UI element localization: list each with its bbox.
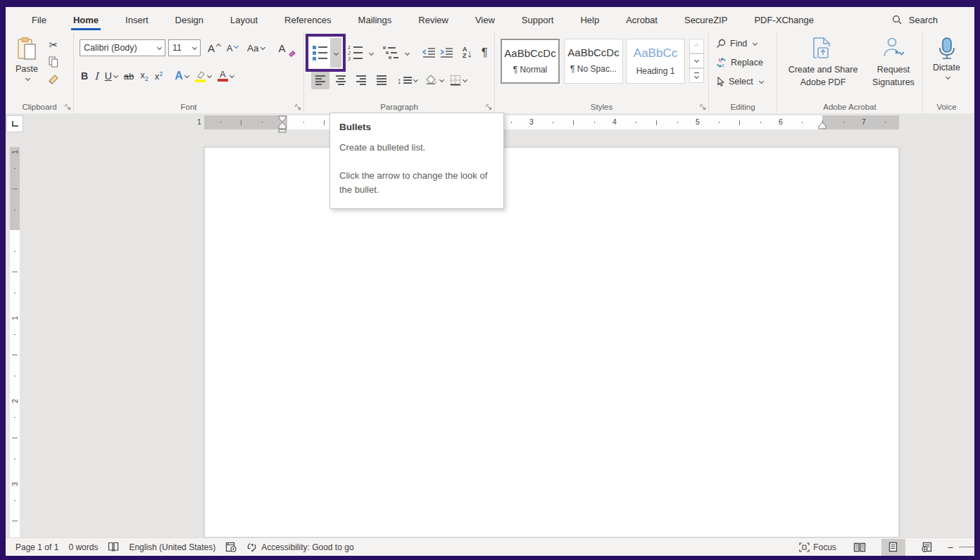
tab-file[interactable]: File xyxy=(18,8,60,32)
style-normal[interactable]: AaBbCcDc ¶ Normal xyxy=(501,39,560,84)
align-center-button[interactable] xyxy=(332,71,350,89)
multilevel-list-dropdown[interactable] xyxy=(401,38,413,68)
hanging-indent-marker[interactable] xyxy=(278,122,287,133)
styles-dialog-launcher[interactable] xyxy=(700,104,706,110)
styles-group-label: Styles xyxy=(495,103,708,111)
change-case-label: Aa xyxy=(247,43,259,53)
read-mode-button[interactable] xyxy=(848,539,872,556)
focus-button[interactable]: Focus xyxy=(799,542,836,552)
font-size-combo[interactable]: 11 xyxy=(168,39,201,56)
create-share-pdf-button[interactable]: Create and Share Adobe PDF xyxy=(781,37,865,89)
word-count[interactable]: 0 words xyxy=(68,542,98,552)
ribbon-home: Paste ✂ Clipboard Calibri (Body) xyxy=(6,32,974,113)
document-page[interactable] xyxy=(204,147,899,537)
clipboard-dialog-launcher[interactable] xyxy=(65,104,71,110)
print-layout-button[interactable] xyxy=(881,539,905,556)
clear-formatting-button[interactable]: A xyxy=(275,39,290,56)
numbering-split-button[interactable]: 1 2 3 xyxy=(345,38,377,68)
borders-icon xyxy=(450,75,461,86)
right-indent-marker[interactable] xyxy=(818,122,827,129)
replace-button[interactable]: b c Replace xyxy=(716,58,763,68)
bullets-dropdown[interactable] xyxy=(330,38,341,68)
zoom-slider[interactable] xyxy=(959,547,974,547)
format-painter-icon[interactable] xyxy=(48,74,59,85)
web-layout-button[interactable] xyxy=(915,539,939,556)
show-hide-pilcrow-button[interactable]: ¶ xyxy=(482,46,488,59)
tab-references[interactable]: References xyxy=(271,8,344,32)
search-control[interactable]: Search xyxy=(892,7,938,32)
vertical-ruler[interactable]: 1123 xyxy=(10,147,20,537)
justify-button[interactable] xyxy=(372,71,391,89)
multilevel-list-split-button[interactable] xyxy=(380,38,413,68)
numbering-dropdown[interactable] xyxy=(365,38,377,68)
tab-pdf-xchange[interactable]: PDF-XChange xyxy=(741,8,827,32)
cut-icon[interactable]: ✂ xyxy=(49,39,58,50)
tab-help[interactable]: Help xyxy=(567,8,612,32)
group-adobe-acrobat: Create and Share Adobe PDF Request Signa… xyxy=(777,32,923,113)
request-signatures-button[interactable]: Request Signatures xyxy=(867,37,919,89)
dictate-dropdown-icon xyxy=(945,75,950,79)
paste-button[interactable]: Paste xyxy=(11,37,42,101)
first-line-indent-marker[interactable] xyxy=(278,115,287,122)
italic-button[interactable]: I xyxy=(94,70,99,82)
bullets-icon[interactable] xyxy=(310,38,330,68)
styles-scroll-down-button[interactable] xyxy=(689,53,704,68)
strikethrough-button[interactable]: ab xyxy=(124,71,134,82)
search-label: Search xyxy=(909,15,938,25)
sort-button[interactable]: A Z ↓ xyxy=(463,46,472,59)
styles-scroll-up-button[interactable] xyxy=(689,39,704,53)
styles-more-button[interactable] xyxy=(689,68,704,83)
shading-dropdown-icon xyxy=(439,77,444,82)
multilevel-list-icon[interactable] xyxy=(380,38,401,68)
underline-button[interactable]: U xyxy=(105,70,118,82)
numbering-icon[interactable]: 1 2 3 xyxy=(345,38,365,68)
underline-dropdown-icon xyxy=(113,72,118,77)
shrink-font-button[interactable]: A xyxy=(225,39,240,56)
proofing-icon[interactable] xyxy=(108,542,119,552)
tab-mailings[interactable]: Mailings xyxy=(345,8,406,32)
style-heading1[interactable]: AaBbCc Heading 1 xyxy=(626,39,685,84)
tab-design[interactable]: Design xyxy=(162,8,217,32)
group-paragraph: 1 2 3 xyxy=(304,32,495,113)
align-right-button[interactable] xyxy=(352,71,370,89)
tab-home[interactable]: Home xyxy=(60,8,112,32)
tab-review[interactable]: Review xyxy=(405,8,462,32)
change-case-button[interactable]: Aa xyxy=(247,39,265,56)
grow-font-button[interactable]: A xyxy=(206,39,222,56)
editor-icon[interactable] xyxy=(225,542,237,552)
tab-layout[interactable]: Layout xyxy=(217,8,271,32)
tab-support[interactable]: Support xyxy=(508,8,567,32)
find-button[interactable]: Find xyxy=(716,39,757,49)
style-normal-sample: AaBbCcDc xyxy=(502,47,558,59)
subscript-button[interactable]: x2 xyxy=(140,70,149,82)
line-spacing-dropdown-icon xyxy=(413,77,417,82)
shading-button[interactable] xyxy=(425,75,444,86)
font-color-button[interactable]: A xyxy=(218,68,234,84)
tab-securezip[interactable]: SecureZIP xyxy=(671,8,741,32)
bullets-split-button[interactable] xyxy=(310,38,341,68)
page-indicator[interactable]: Page 1 of 1 xyxy=(15,542,58,552)
line-spacing-button[interactable]: ↕ xyxy=(397,75,417,86)
accessibility-status[interactable]: Accessibility: Good to go xyxy=(246,542,353,552)
style-no-spacing[interactable]: AaBbCcDc ¶ No Spac... xyxy=(564,39,623,84)
language-indicator[interactable]: English (United States) xyxy=(129,542,215,552)
tab-insert[interactable]: Insert xyxy=(112,8,162,32)
decrease-indent-button[interactable] xyxy=(422,47,436,58)
font-name-combo[interactable]: Calibri (Body) xyxy=(80,39,165,56)
bold-button[interactable]: B xyxy=(81,70,88,82)
tab-acrobat[interactable]: Acrobat xyxy=(612,8,671,32)
increase-indent-button[interactable] xyxy=(439,47,453,58)
paragraph-dialog-launcher[interactable] xyxy=(486,104,492,110)
text-effects-button[interactable]: A xyxy=(175,70,189,82)
zoom-out-button[interactable]: − xyxy=(948,542,953,553)
select-button[interactable]: Select xyxy=(716,77,763,87)
borders-button[interactable] xyxy=(450,75,467,86)
shrink-font-caret-icon xyxy=(234,43,239,48)
superscript-button[interactable]: x2 xyxy=(155,70,163,82)
font-dialog-launcher[interactable] xyxy=(295,104,301,110)
dictate-button[interactable]: Dictate xyxy=(923,37,970,80)
tab-view[interactable]: View xyxy=(462,8,508,32)
align-left-button[interactable] xyxy=(311,71,329,89)
copy-icon[interactable] xyxy=(49,56,58,68)
highlight-button[interactable] xyxy=(195,68,211,84)
